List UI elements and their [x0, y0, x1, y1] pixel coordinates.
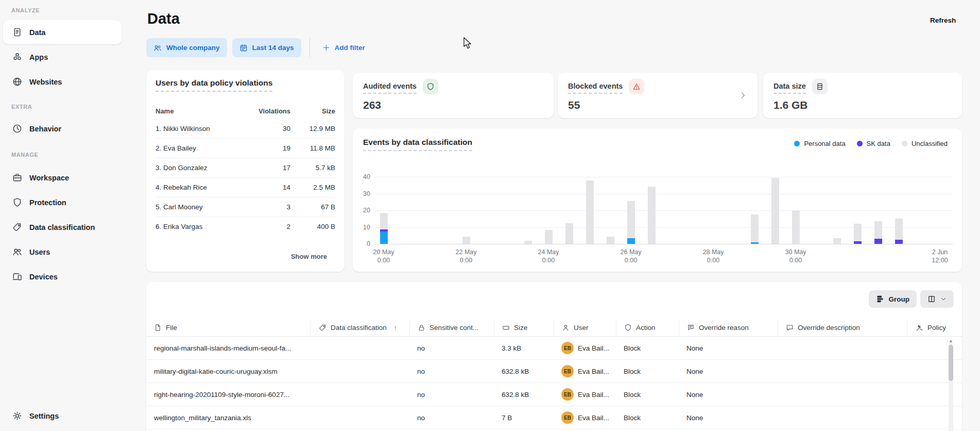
sidebar-section-label-manage: MANAGE — [11, 152, 39, 158]
chart-bar[interactable] — [607, 237, 614, 244]
chart-bar[interactable] — [380, 213, 388, 244]
events-table-row[interactable]: military-digital-katie-couric-uruguay.xl… — [146, 360, 962, 383]
tag-icon — [12, 222, 22, 232]
y-axis-tick: 30 — [363, 190, 370, 197]
chart-bar[interactable] — [648, 187, 656, 244]
chart-bar[interactable] — [792, 210, 800, 244]
user-name: Eva Bail... — [578, 414, 609, 422]
sidebar-item-label: Data classification — [29, 223, 95, 231]
chevron-right-icon[interactable] — [739, 91, 747, 100]
x-axis-tick: 28 May 0:00 — [703, 248, 724, 264]
chevron-down-icon — [940, 296, 947, 302]
sidebar-item-label: Data — [29, 28, 45, 37]
sidebar-item-settings[interactable]: Settings — [3, 404, 122, 428]
violations-row[interactable]: 1. Nikki Wilkinson3012.9 MB — [156, 119, 335, 138]
show-more-button[interactable]: Show more — [291, 253, 327, 260]
user-chip[interactable]: EBEva Bail... — [561, 342, 616, 354]
stat-card-title: Blocked events — [568, 82, 623, 94]
violations-user-name: 1. Nikki Wilkinson — [156, 125, 245, 132]
chart-bar[interactable] — [586, 180, 594, 244]
chart-gridline: 10 — [375, 227, 953, 228]
column-header-label: Sensitive cont... — [429, 324, 478, 331]
shield-icon — [624, 324, 632, 331]
stat-card-title: Data size — [773, 82, 806, 94]
chart-bar[interactable] — [462, 237, 470, 244]
add-filter-button[interactable]: Add filter — [317, 44, 370, 52]
tag-icon — [319, 324, 326, 331]
chart-bar[interactable] — [545, 230, 553, 244]
chart-bar[interactable] — [524, 241, 532, 244]
sidebar-item-label: Websites — [29, 78, 62, 86]
page-title: Data — [147, 10, 180, 27]
chart-bar[interactable] — [565, 223, 573, 244]
filter-chip-date-range[interactable]: Last 14 days — [232, 38, 301, 57]
stat-card-blocked-events[interactable]: Blocked events55 — [558, 73, 758, 118]
mouse-cursor — [463, 37, 472, 49]
y-axis-tick: 20 — [363, 207, 370, 214]
chart-bar[interactable] — [751, 214, 759, 244]
events-table-row[interactable]: regional-marshall-islands-medium-seoul-f… — [146, 337, 962, 360]
legend-item-unclassified[interactable]: Unclassified — [902, 140, 948, 147]
user-chip[interactable]: EBEva Bail... — [561, 411, 616, 424]
violations-table-header: Name Violations Size — [156, 103, 335, 119]
column-header-data-classification[interactable]: Data classification↑ — [311, 319, 409, 336]
stat-card-data-size[interactable]: Data size1.6 GB — [763, 73, 962, 118]
filter-chip-whole-company[interactable]: Whole company — [146, 38, 227, 57]
stat-card-audited-events[interactable]: Audited events263 — [353, 73, 554, 118]
column-header-user[interactable]: User — [554, 319, 616, 336]
x-axis-tick: 2 Jun 12:00 — [932, 248, 948, 264]
user-chip[interactable]: EBEva Bail... — [561, 388, 616, 401]
sidebar-item-protection[interactable]: Protection — [3, 190, 122, 214]
column-header-action[interactable]: Action — [616, 319, 679, 336]
events-table-row[interactable]: right-hearing-20201109-style-moroni-6027… — [146, 383, 962, 406]
sort-ascending-icon: ↑ — [394, 324, 398, 331]
sidebar-item-users[interactable]: Users — [3, 240, 122, 264]
violations-user-name: 6. Erika Vargas — [156, 223, 245, 230]
chart-bar[interactable] — [854, 224, 862, 244]
chart-bar[interactable] — [895, 219, 903, 244]
person-icon — [562, 324, 570, 331]
chart-bar[interactable] — [627, 201, 635, 244]
sidebar-item-apps[interactable]: Apps — [3, 45, 122, 69]
user-chip[interactable]: EBEva Bail... — [561, 365, 616, 377]
violations-col-name: Name — [156, 107, 245, 115]
cell-size: 3.3 kB — [494, 344, 554, 352]
refresh-button[interactable]: Refresh — [930, 16, 956, 24]
sidebar-item-behavior[interactable]: Behavior — [3, 117, 122, 141]
scrollbar-up-arrow[interactable]: ▲ — [948, 338, 954, 344]
column-header-policy[interactable]: Policy — [907, 319, 962, 336]
violations-row[interactable]: 6. Erika Vargas2400 B — [156, 217, 335, 236]
cell-override-reason: None — [679, 391, 778, 399]
sidebar-item-devices[interactable]: Devices — [3, 264, 122, 289]
legend-label: Unclassified — [912, 140, 948, 147]
violations-row[interactable]: 5. Carl Mooney367 B — [156, 197, 335, 217]
chart-bar[interactable] — [874, 221, 882, 244]
sidebar-item-websites[interactable]: Websites — [3, 70, 122, 94]
sidebar-item-data-classification[interactable]: Data classification — [3, 215, 122, 239]
column-header-sensitive-cont[interactable]: Sensitive cont... — [409, 319, 494, 336]
cell-override-reason: None — [679, 344, 778, 352]
legend-item-sk-data[interactable]: SK data — [857, 140, 890, 147]
table-scrollbar[interactable]: ▲ — [948, 338, 954, 431]
cell-action: Block — [616, 368, 679, 375]
sidebar-item-data[interactable]: Data — [3, 20, 122, 44]
violations-row[interactable]: 4. Rebekah Rice142.5 MB — [156, 177, 335, 197]
chart-bar[interactable] — [771, 178, 779, 244]
chart-bar[interactable] — [833, 238, 841, 244]
column-header-file[interactable]: File — [146, 319, 311, 336]
violations-row[interactable]: 2. Eva Bailey1911.8 MB — [156, 138, 335, 158]
violations-count: 3 — [245, 203, 290, 211]
violations-row[interactable]: 3. Don Gonzalez175.7 kB — [156, 158, 335, 177]
violations-user-name: 2. Eva Bailey — [156, 144, 245, 152]
columns-button[interactable] — [920, 290, 954, 308]
group-button[interactable]: Group — [869, 290, 917, 308]
sidebar-item-workspace[interactable]: Workspace — [3, 165, 122, 190]
column-header-override-description[interactable]: Override description — [778, 319, 907, 336]
violations-user-name: 3. Don Gonzalez — [156, 164, 245, 172]
chart-title: Events by data classification — [363, 138, 472, 151]
column-header-size[interactable]: Size — [494, 319, 554, 336]
column-header-override-reason[interactable]: Override reason — [679, 319, 778, 336]
scrollbar-thumb[interactable] — [949, 345, 953, 381]
legend-item-personal-data[interactable]: Personal data — [794, 140, 845, 147]
events-table-row[interactable]: wellington_military_tanzania.xlsno7 BEBE… — [146, 406, 962, 429]
